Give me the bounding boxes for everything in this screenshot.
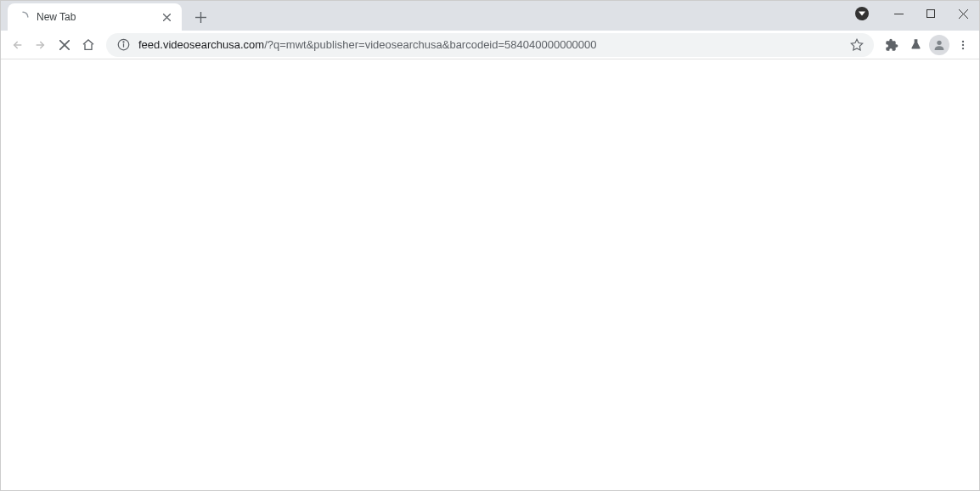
profile-button[interactable]	[928, 34, 950, 56]
new-tab-button[interactable]	[189, 5, 212, 29]
loading-spinner-icon	[16, 10, 30, 24]
close-tab-button[interactable]	[160, 10, 173, 24]
browser-tab[interactable]: New Tab	[8, 3, 182, 31]
toolbar: feed.videosearchusa.com/?q=mwt&publisher…	[1, 31, 979, 59]
forward-button[interactable]	[30, 34, 52, 56]
page-content	[1, 59, 979, 490]
avatar-icon	[929, 35, 949, 55]
svg-rect-6	[927, 10, 935, 18]
svg-point-19	[962, 43, 964, 45]
svg-marker-4	[859, 12, 865, 16]
extensions-button[interactable]	[881, 34, 903, 56]
window-controls	[882, 1, 979, 26]
maximize-button[interactable]	[915, 1, 947, 26]
title-bar: New Tab	[1, 1, 979, 31]
stop-button[interactable]	[54, 34, 76, 56]
menu-button[interactable]	[952, 34, 974, 56]
close-window-button[interactable]	[947, 1, 979, 26]
site-info-icon[interactable]	[116, 38, 130, 52]
svg-point-18	[962, 40, 964, 42]
address-bar[interactable]: feed.videosearchusa.com/?q=mwt&publisher…	[106, 33, 874, 57]
url-path: /?q=mwt&publisher=videosearchusa&barcode…	[264, 38, 596, 51]
bookmark-star-button[interactable]	[850, 38, 864, 52]
tab-title: New Tab	[37, 11, 160, 23]
url-text: feed.videosearchusa.com/?q=mwt&publisher…	[138, 38, 850, 51]
home-button[interactable]	[77, 34, 99, 56]
extension-indicator-icon[interactable]	[855, 7, 869, 20]
svg-point-15	[123, 42, 124, 42]
labs-button[interactable]	[904, 34, 926, 56]
svg-point-20	[962, 47, 964, 48]
minimize-button[interactable]	[882, 1, 915, 26]
back-button[interactable]	[6, 34, 28, 56]
svg-point-17	[937, 40, 941, 44]
svg-marker-16	[851, 39, 862, 50]
url-domain: feed.videosearchusa.com	[138, 38, 264, 51]
